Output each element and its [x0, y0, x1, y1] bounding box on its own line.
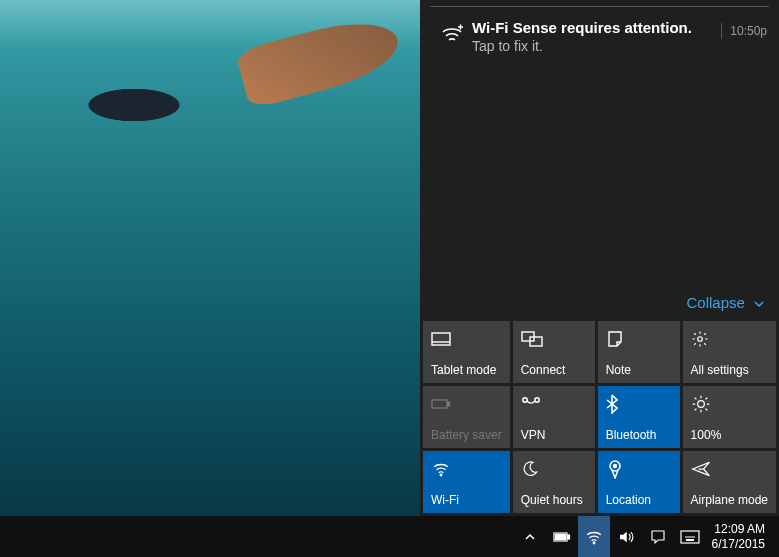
tray-network[interactable]	[578, 516, 610, 557]
quick-action-label: Quiet hours	[521, 493, 587, 507]
sun-icon	[691, 392, 768, 416]
svg-rect-14	[567, 535, 569, 539]
gear-icon	[691, 327, 768, 351]
taskbar-date: 6/17/2015	[712, 537, 765, 552]
wifi-sense-icon	[432, 19, 472, 47]
battery-icon	[553, 531, 571, 543]
chevron-down-icon	[753, 298, 765, 310]
tray-touch-keyboard[interactable]	[674, 516, 706, 557]
action-center-panel: Wi-Fi Sense requires attention. Tap to f…	[420, 0, 779, 516]
quick-action-label: Connect	[521, 363, 587, 377]
notification-subtitle: Tap to fix it.	[472, 38, 713, 54]
notification-title: Wi-Fi Sense requires attention.	[472, 19, 713, 36]
svg-rect-5	[432, 400, 447, 408]
quick-action-note[interactable]: Note	[598, 321, 680, 383]
desktop-wallpaper	[0, 0, 420, 516]
tray-overflow-chevron[interactable]	[514, 516, 546, 557]
svg-rect-15	[555, 534, 565, 539]
notification-body: Wi-Fi Sense requires attention. Tap to f…	[472, 19, 721, 54]
quick-action-location[interactable]: Location	[598, 451, 680, 513]
taskbar: 12:09 AM 6/17/2015	[0, 516, 779, 557]
tablet-icon	[431, 327, 502, 351]
moon-icon	[521, 457, 587, 481]
quick-action-label: Airplane mode	[691, 493, 768, 507]
location-icon	[606, 457, 672, 481]
bluetooth-icon	[606, 392, 672, 416]
notifications-area: Wi-Fi Sense requires attention. Tap to f…	[420, 0, 779, 286]
tray-battery[interactable]	[546, 516, 578, 557]
quick-action-brightness[interactable]: 100%	[683, 386, 776, 448]
airplane-icon	[691, 457, 768, 481]
connect-icon	[521, 327, 587, 351]
svg-rect-6	[448, 402, 450, 406]
collapse-button[interactable]: Collapse	[420, 286, 779, 321]
svg-point-12	[613, 465, 616, 468]
tray-volume[interactable]	[610, 516, 642, 557]
quick-action-quiet-hours[interactable]: Quiet hours	[513, 451, 595, 513]
quick-action-label: VPN	[521, 428, 587, 442]
quick-action-wifi[interactable]: Wi-Fi	[423, 451, 510, 513]
wallpaper-shape	[80, 60, 260, 150]
taskbar-time: 12:09 AM	[712, 522, 765, 537]
quick-action-vpn[interactable]: VPN	[513, 386, 595, 448]
quick-action-label: Wi-Fi	[431, 493, 502, 507]
quick-action-tablet-mode[interactable]: Tablet mode	[423, 321, 510, 383]
quick-action-airplane-mode[interactable]: Airplane mode	[683, 451, 776, 513]
svg-point-10	[440, 474, 442, 476]
keyboard-icon	[680, 530, 700, 544]
quick-action-battery-saver: Battery saver	[423, 386, 510, 448]
quick-action-label: 100%	[691, 428, 768, 442]
svg-point-16	[593, 542, 595, 544]
quick-action-all-settings[interactable]: All settings	[683, 321, 776, 383]
quick-action-connect[interactable]: Connect	[513, 321, 595, 383]
system-tray: 12:09 AM 6/17/2015	[514, 516, 771, 557]
wifi-icon	[431, 457, 502, 481]
quick-action-label: Tablet mode	[431, 363, 502, 377]
note-icon	[606, 327, 672, 351]
wifi-icon	[585, 528, 603, 546]
speaker-icon	[617, 528, 635, 546]
quick-actions-grid: Tablet modeConnectNoteAll settingsBatter…	[420, 321, 779, 516]
quick-action-label: Note	[606, 363, 672, 377]
taskbar-clock[interactable]: 12:09 AM 6/17/2015	[706, 522, 771, 552]
tray-action-center[interactable]	[642, 516, 674, 557]
vpn-icon	[521, 392, 587, 416]
notification-time: 10:50p	[721, 23, 767, 39]
notification-item[interactable]: Wi-Fi Sense requires attention. Tap to f…	[420, 7, 779, 64]
quick-action-label: All settings	[691, 363, 768, 377]
notifications-icon	[649, 528, 667, 546]
svg-point-4	[697, 337, 702, 342]
quick-action-label: Battery saver	[431, 428, 502, 442]
svg-rect-0	[432, 333, 450, 345]
svg-point-9	[697, 401, 704, 408]
quick-action-bluetooth[interactable]: Bluetooth	[598, 386, 680, 448]
chevron-up-icon	[524, 531, 536, 543]
collapse-label: Collapse	[686, 294, 744, 311]
quick-action-label: Location	[606, 493, 672, 507]
quick-action-label: Bluetooth	[606, 428, 672, 442]
battery-icon	[431, 392, 502, 416]
